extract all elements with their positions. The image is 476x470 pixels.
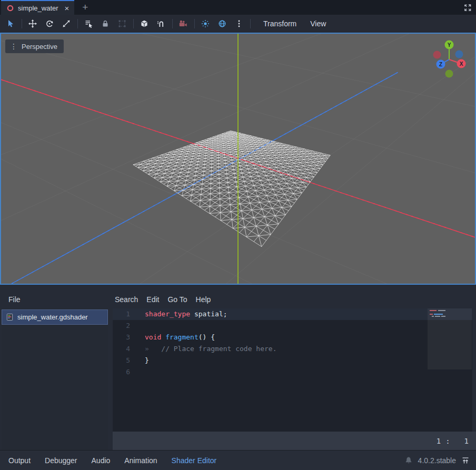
rotate-icon <box>45 19 54 28</box>
notification-bell-icon[interactable] <box>404 456 413 465</box>
view-axis-gizmo[interactable]: Y X Z <box>425 36 473 83</box>
lock-selected-button[interactable] <box>99 17 112 30</box>
viewport-scene <box>1 34 475 284</box>
line-number: 2 <box>113 320 136 332</box>
bottom-panel-bar: OutputDebuggerAudioAnimationShader Edito… <box>0 450 476 470</box>
line-number: 5 <box>113 355 136 366</box>
shader-editor-panel: File SearchEditGo ToHelp simple_water.gd… <box>0 285 476 450</box>
new-tab-button[interactable]: + <box>82 0 88 15</box>
code-line-content: » // Place fragment code here. <box>136 343 276 355</box>
file-name: simple_water.gdshader <box>17 313 88 321</box>
file-list-item[interactable]: simple_water.gdshader <box>2 309 108 325</box>
rotate-tool-button[interactable] <box>43 17 56 30</box>
code-line: 6 <box>113 366 472 378</box>
preview-environment-toggle[interactable] <box>216 17 229 30</box>
minimap-mark <box>430 314 433 315</box>
move-icon <box>28 19 37 28</box>
bottom-panel-tab-debugger[interactable]: Debugger <box>42 456 80 465</box>
code-line: 4» // Place fragment code here. <box>113 343 472 355</box>
editor-status-bar: 1 : 1 <box>113 432 476 450</box>
tab-close-icon[interactable]: × <box>65 4 70 13</box>
toolbar-separator <box>22 19 22 28</box>
cube-icon <box>140 19 148 28</box>
toolbar-separator <box>77 19 78 28</box>
code-line-content: } <box>136 355 149 366</box>
bottom-bar-right: 4.0.2.stable <box>404 456 470 465</box>
bottom-panel-tab-output[interactable]: Output <box>6 456 33 465</box>
gizmo-x-label: X <box>460 61 463 67</box>
selection-list-icon <box>84 19 93 28</box>
toolbar-separator <box>172 19 173 28</box>
scene-tab[interactable]: simple_water × <box>1 0 74 15</box>
globe-icon <box>218 19 226 28</box>
group-icon <box>118 19 126 28</box>
line-number: 3 <box>113 332 136 343</box>
code-line-content: void fragment() { <box>136 332 215 343</box>
godot-editor-window: simple_water × + <box>0 0 476 470</box>
dots-vertical-icon: ⋮ <box>10 42 17 51</box>
group-selected-button[interactable] <box>116 17 128 30</box>
line-number: 4 <box>113 343 136 355</box>
scale-icon <box>62 19 71 28</box>
3d-viewport[interactable]: ⋮ Perspective Y X Z <box>0 33 476 285</box>
dots-vertical-icon <box>235 19 243 28</box>
code-minimap[interactable] <box>428 308 472 369</box>
menu-edit[interactable]: Edit <box>142 292 163 307</box>
shader-file-icon <box>6 313 14 321</box>
select-tool-button[interactable] <box>4 17 17 30</box>
view-menu[interactable]: View <box>305 19 331 28</box>
line-number: 1 <box>113 308 136 320</box>
scale-tool-button[interactable] <box>60 17 73 30</box>
code-line-content <box>136 320 145 332</box>
code-line: 5} <box>113 355 472 366</box>
bottom-panel-tab-animation[interactable]: Animation <box>122 456 160 465</box>
minimap-mark <box>435 316 440 317</box>
code-line: 2 <box>113 320 472 332</box>
gizmo-y-label: Y <box>448 42 451 48</box>
bottom-panel-tab-audio[interactable]: Audio <box>89 456 113 465</box>
bottom-panel-tab-shader-editor[interactable]: Shader Editor <box>169 456 220 465</box>
tab-label: simple_water <box>18 4 58 12</box>
cursor-separator: : <box>445 437 450 445</box>
line-number: 6 <box>113 366 136 378</box>
menu-go-to[interactable]: Go To <box>163 292 191 307</box>
local-space-toggle[interactable] <box>138 17 151 30</box>
gizmo-neg-x-ball[interactable] <box>433 51 441 59</box>
minimap-mark <box>441 314 443 315</box>
menu-help[interactable]: Help <box>192 292 215 307</box>
version-label: 4.0.2.stable <box>418 456 456 465</box>
select-arrow-icon <box>6 19 15 28</box>
minimap-mark <box>432 316 434 317</box>
toolbar-separator <box>250 19 251 28</box>
preview-sun-toggle[interactable] <box>199 17 212 30</box>
code-line-content: shader_type spatial; <box>136 308 227 320</box>
menu-search[interactable]: Search <box>111 292 142 307</box>
transform-menu[interactable]: Transform <box>258 19 302 28</box>
camera-preview-toggle[interactable] <box>177 17 190 30</box>
selection-list-button[interactable] <box>82 17 95 30</box>
toolbar-separator <box>133 19 134 28</box>
scene-tab-bar: simple_water × + <box>0 0 476 15</box>
move-tool-button[interactable] <box>26 17 39 30</box>
gizmo-z-label: Z <box>439 62 442 67</box>
code-line: 3void fragment() { <box>113 332 472 343</box>
perspective-label: Perspective <box>22 43 57 51</box>
shader-file-list: simple_water.gdshader <box>2 309 108 450</box>
minimap-mark <box>434 314 441 315</box>
gizmo-neg-y-ball[interactable] <box>445 70 453 78</box>
gizmo-neg-z-ball[interactable] <box>455 51 463 58</box>
code-line: 1shader_type spatial; <box>113 308 472 320</box>
minimap-mark <box>438 310 445 311</box>
file-menu[interactable]: File <box>6 292 23 307</box>
view-options-menu[interactable] <box>233 17 245 30</box>
snap-toggle[interactable] <box>155 17 167 30</box>
perspective-menu-button[interactable]: ⋮ Perspective <box>5 39 64 53</box>
editor-menu-bar: SearchEditGo ToHelp <box>111 292 215 307</box>
code-line-content <box>136 366 145 378</box>
minimap-mark <box>430 310 437 311</box>
fullscreen-icon[interactable] <box>464 4 472 12</box>
code-editor[interactable]: 1shader_type spatial;23void fragment() {… <box>113 308 472 432</box>
toolbar-separator <box>194 19 195 28</box>
spatial-toolbar: Transform View <box>0 15 476 33</box>
expand-bottom-panel-icon[interactable] <box>461 456 470 465</box>
